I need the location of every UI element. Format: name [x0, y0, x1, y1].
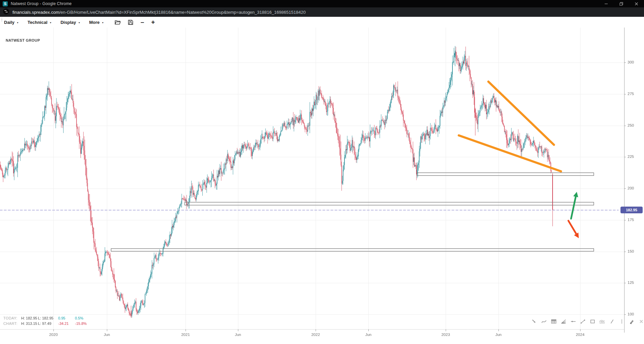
- chart-low: L: 97.49: [38, 321, 58, 326]
- chart-change: -34.21: [58, 321, 75, 326]
- price-tick-label: 125: [628, 281, 634, 285]
- today-change: 0.95: [58, 316, 75, 320]
- today-label: TODAY:: [3, 316, 21, 320]
- table-tool-icon[interactable]: [550, 318, 557, 325]
- price-tick-label: 250: [628, 123, 634, 127]
- chart-label: CHART:: [3, 321, 21, 326]
- browser-window: S Natwest Group - Google Chrome financia…: [0, 0, 644, 344]
- chart-change-pct: -15.8%: [75, 321, 92, 326]
- last-price-badge: 182.95: [620, 207, 643, 213]
- price-tick-label: 275: [628, 92, 634, 96]
- date-tick-label: Jun: [495, 333, 502, 337]
- slash-tool-icon[interactable]: [608, 318, 616, 325]
- price-tick-label: 100: [628, 312, 634, 316]
- price-tick-label: 300: [628, 60, 634, 64]
- date-tick-label: 2022: [311, 333, 320, 337]
- price-tick-label: 175: [628, 218, 634, 222]
- rectangle-tool-icon[interactable]: [589, 318, 596, 325]
- date-tick-label: 2020: [49, 333, 58, 337]
- date-tick-label: Jun: [104, 333, 110, 337]
- date-tick-label: 2023: [441, 333, 450, 337]
- marker-pen-icon[interactable]: [628, 318, 635, 325]
- date-tick-label: Jun: [365, 333, 372, 337]
- curve-tool-icon[interactable]: [540, 318, 548, 325]
- today-high: H: 182.95: [21, 316, 38, 320]
- trend-line-tool-icon[interactable]: [579, 318, 587, 325]
- date-tick-label: 2021: [181, 333, 190, 337]
- price-tick-label: 225: [628, 155, 634, 159]
- date-tick-label: Jun: [235, 333, 241, 337]
- today-change-pct: 0.5%: [75, 316, 92, 320]
- fan-lines-icon[interactable]: [560, 318, 567, 325]
- toolbar-divider: [618, 318, 626, 325]
- price-tick-label: 150: [628, 249, 634, 253]
- stats-legend: TODAY: H: 182.95 L: 182.95 0.95 0.5% CHA…: [3, 316, 92, 326]
- chart-high: H: 313.15: [21, 321, 38, 326]
- date-tick-label: 2024: [576, 333, 585, 337]
- price-tick-label: 200: [628, 186, 634, 190]
- drawing-toolbar: Abc: [530, 318, 644, 325]
- svg-text:Abc: Abc: [599, 319, 605, 323]
- instrument-label: NATWEST GROUP: [6, 38, 40, 42]
- close-panel-icon[interactable]: [638, 318, 644, 325]
- price-chart-canvas[interactable]: [0, 0, 644, 344]
- text-tool-icon[interactable]: Abc: [599, 318, 606, 325]
- horizontal-line-tool-icon[interactable]: [569, 318, 577, 325]
- today-low: L: 182.95: [38, 316, 58, 320]
- cursor-arrow-icon[interactable]: [530, 318, 538, 325]
